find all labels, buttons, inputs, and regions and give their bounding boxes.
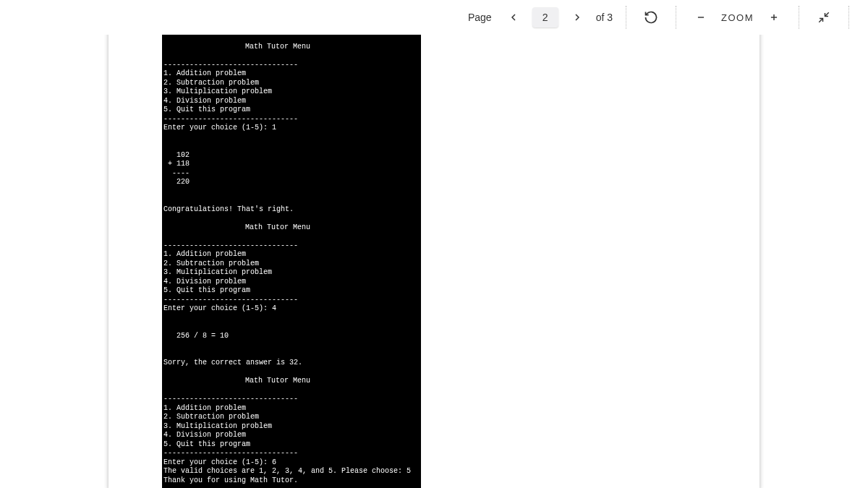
valid-choices: The valid choices are 1, 2, 3, 4, and 5.…	[163, 467, 411, 475]
exit-fullscreen-button[interactable]	[812, 6, 835, 29]
toolbar-divider	[676, 6, 676, 29]
collapse-icon	[817, 11, 830, 24]
rotate-button[interactable]	[639, 6, 663, 29]
menu-item: 5. Quit this program	[163, 440, 250, 448]
menu-title: Math Tutor Menu	[163, 43, 421, 52]
divider: -------------------------------	[163, 449, 298, 457]
menu-item: 4. Division problem	[163, 278, 246, 286]
menu-item: 2. Subtraction problem	[163, 79, 259, 87]
menu-item: 1. Addition problem	[163, 250, 246, 258]
menu-title: Math Tutor Menu	[163, 377, 421, 386]
toolbar-divider	[799, 6, 799, 29]
menu-item: 1. Addition problem	[163, 69, 246, 77]
next-page-button[interactable]	[567, 7, 587, 27]
page-label: Page	[468, 12, 492, 23]
menu-item: 3. Multiplication problem	[163, 422, 272, 430]
menu-item: 5. Quit this program	[163, 286, 250, 294]
divider: -------------------------------	[163, 395, 298, 403]
division-line: 256 / 8 = 10	[163, 332, 229, 340]
chevron-left-icon	[508, 12, 519, 23]
chevron-right-icon	[571, 12, 583, 23]
page-total: of 3	[596, 12, 613, 23]
toolbar-divider	[848, 6, 849, 29]
svg-line-3	[819, 19, 822, 22]
divider: -------------------------------	[163, 61, 298, 69]
menu-title: Math Tutor Menu	[163, 223, 421, 233]
page-number-input[interactable]	[532, 7, 558, 27]
rotate-icon	[644, 10, 658, 25]
prompt: Enter your choice (1-5): 4	[163, 304, 276, 312]
menu-item: 4. Division problem	[163, 431, 246, 439]
addition-line: ----	[163, 169, 190, 177]
zoom-out-button[interactable]	[689, 6, 712, 29]
console-output: Math Tutor Menu ------------------------…	[162, 30, 421, 488]
svg-line-4	[825, 12, 829, 16]
menu-item: 5. Quit this program	[163, 106, 250, 114]
document-viewport: Math Tutor Menu ------------------------…	[0, 0, 868, 488]
result-message: Sorry, the correct answer is 32.	[163, 359, 302, 367]
plus-icon	[769, 12, 779, 22]
prev-page-button[interactable]	[503, 7, 524, 27]
divider: -------------------------------	[163, 241, 298, 249]
minus-icon	[696, 12, 706, 22]
thanks-message: Thank you for using Math Tutor.	[163, 476, 298, 484]
divider: -------------------------------	[163, 296, 298, 304]
addition-line: 220	[163, 178, 190, 186]
menu-item: 4. Division problem	[163, 97, 246, 105]
menu-item: 3. Multiplication problem	[163, 87, 272, 95]
zoom-in-button[interactable]	[762, 6, 786, 29]
menu-item: 1. Addition problem	[163, 404, 246, 412]
prompt: Enter your choice (1-5): 1	[163, 124, 276, 132]
result-message: Congratulations! That's right.	[163, 205, 294, 213]
menu-item: 3. Multiplication problem	[163, 268, 272, 276]
viewer-toolbar: Page of 3 ZOOM	[0, 0, 868, 35]
divider: -------------------------------	[163, 115, 298, 123]
prompt: Enter your choice (1-5): 6	[163, 458, 276, 466]
zoom-label: ZOOM	[721, 12, 754, 23]
menu-item: 2. Subtraction problem	[163, 413, 259, 421]
menu-item: 2. Subtraction problem	[163, 260, 259, 267]
toolbar-divider	[626, 6, 626, 29]
addition-line: 102	[163, 151, 190, 159]
addition-line: + 118	[163, 160, 190, 168]
document-page: Math Tutor Menu ------------------------…	[109, 3, 760, 488]
